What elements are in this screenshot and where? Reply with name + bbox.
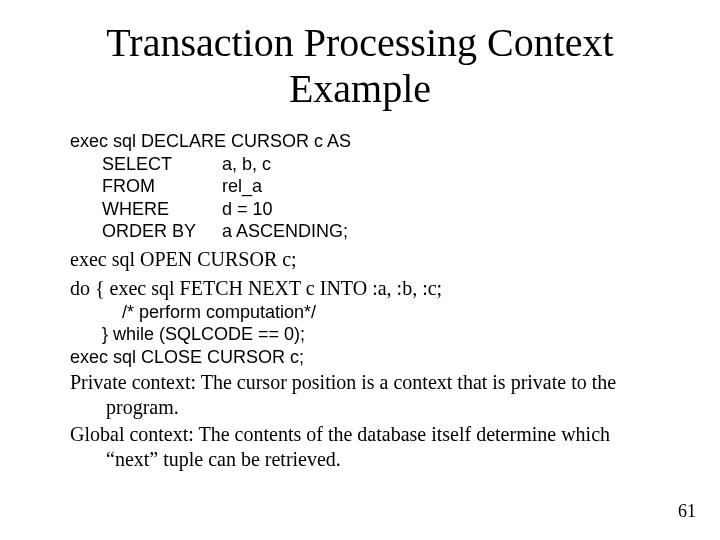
fetch-line: do { exec sql FETCH NEXT c INTO :a, :b, … — [70, 276, 650, 301]
slide: Transaction Processing Context Example e… — [0, 0, 720, 540]
loop-close: exec sql CLOSE CURSOR c; — [70, 346, 650, 369]
arg-orderby: a ASCENDING; — [222, 221, 348, 241]
kw-orderby: ORDER BY — [102, 220, 222, 243]
slide-title: Transaction Processing Context Example — [70, 20, 650, 112]
loop-while: } while (SQLCODE == 0); — [70, 323, 650, 346]
arg-from: rel_a — [222, 176, 262, 196]
global-context-text: Global context: The contents of the data… — [70, 422, 650, 472]
declare-head: exec sql DECLARE CURSOR c AS — [70, 130, 650, 153]
loop-comment: /* perform computation*/ — [70, 301, 650, 324]
declare-row-where: WHEREd = 10 — [70, 198, 650, 221]
page-number: 61 — [678, 501, 696, 522]
open-line: exec sql OPEN CURSOR c; — [70, 247, 650, 272]
kw-where: WHERE — [102, 198, 222, 221]
declare-block: exec sql DECLARE CURSOR c AS SELECTa, b,… — [70, 130, 650, 243]
declare-row-from: FROMrel_a — [70, 175, 650, 198]
declare-row-orderby: ORDER BYa ASCENDING; — [70, 220, 650, 243]
arg-where: d = 10 — [222, 199, 273, 219]
declare-row-select: SELECTa, b, c — [70, 153, 650, 176]
kw-select: SELECT — [102, 153, 222, 176]
kw-from: FROM — [102, 175, 222, 198]
arg-select: a, b, c — [222, 154, 271, 174]
private-context-text: Private context: The cursor position is … — [70, 370, 650, 420]
loop-block: /* perform computation*/ } while (SQLCOD… — [70, 301, 650, 369]
